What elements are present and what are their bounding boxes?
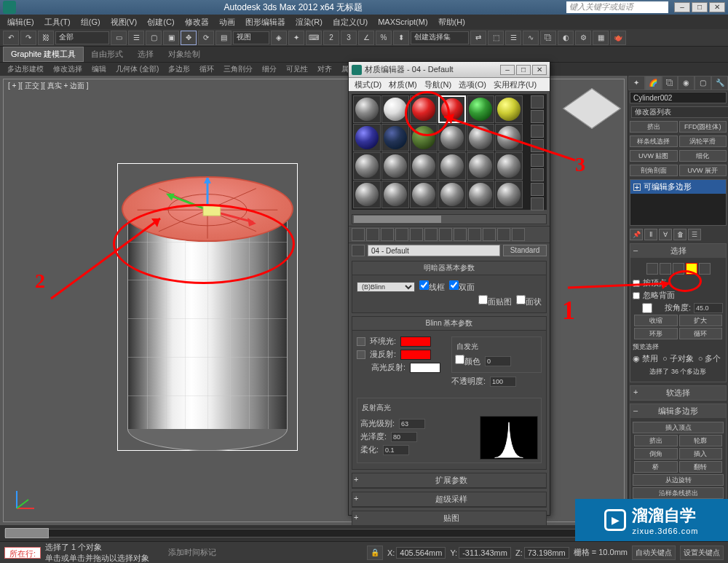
link-icon[interactable]: ⛓ xyxy=(38,31,54,45)
sample-type-icon[interactable] xyxy=(531,95,544,109)
maxscript-prompt[interactable]: 所在行: xyxy=(4,547,41,559)
sub-subdiv[interactable]: 细分 xyxy=(258,63,281,75)
sub-align[interactable]: 对齐 xyxy=(313,63,336,75)
mat-slot-19[interactable] xyxy=(353,181,381,208)
chk-selfillum-color[interactable]: 颜色 xyxy=(455,355,480,367)
rollout-soft-selection[interactable]: +软选择 xyxy=(630,385,727,401)
autokey-button[interactable]: 自动关键点 xyxy=(632,546,676,560)
snap-3d-icon[interactable]: 3 xyxy=(341,31,357,45)
pin-stack-icon[interactable]: 📌 xyxy=(630,229,643,240)
material-id-icon[interactable] xyxy=(454,228,467,241)
modifier-list-dropdown[interactable] xyxy=(631,106,728,118)
help-search-input[interactable]: 键入关键字或短语 xyxy=(566,1,668,13)
close-button[interactable]: ✕ xyxy=(709,2,725,12)
rollout-supersampling[interactable]: +超级采样 xyxy=(352,492,547,508)
subobj-edge-icon[interactable] xyxy=(660,263,671,275)
rotate-icon[interactable]: ⟳ xyxy=(198,31,214,45)
material-type-button[interactable]: Standard xyxy=(503,245,547,256)
go-forward-icon[interactable] xyxy=(512,228,525,241)
menu-modifiers[interactable]: 修改器 xyxy=(181,17,213,28)
material-editor-icon[interactable]: ◐ xyxy=(558,31,574,45)
mat-slot-22[interactable] xyxy=(438,181,466,208)
select-name-icon[interactable]: ☰ xyxy=(128,31,144,45)
rollout-shader-title[interactable]: 明暗器基本参数 xyxy=(352,261,546,275)
add-time-tag[interactable]: 添加时间标记 xyxy=(168,547,216,558)
scale-icon[interactable]: ▤ xyxy=(215,31,232,45)
snap-2d-icon[interactable]: 2 xyxy=(323,31,339,45)
mat-menu-options[interactable]: 选项(O) xyxy=(456,79,489,90)
rollout-selection-title[interactable]: 选择 xyxy=(670,246,687,255)
radio-preview-multi[interactable]: ○ 多个 xyxy=(698,353,721,364)
sub-tris[interactable]: 三角剖分 xyxy=(219,63,257,75)
diffuse-color-swatch[interactable] xyxy=(400,350,431,360)
curve-editor-icon[interactable]: ∿ xyxy=(523,31,539,45)
radio-preview-off[interactable]: ◉ 禁用 xyxy=(633,353,658,364)
mat-slot-8[interactable] xyxy=(381,124,409,151)
render-frame-icon[interactable]: ▦ xyxy=(593,31,609,45)
menu-edit[interactable]: 编辑(E) xyxy=(3,17,39,28)
spinner-selfillum[interactable] xyxy=(485,356,511,366)
menu-rendering[interactable]: 渲染(R) xyxy=(291,17,327,28)
btn-extrude-along-spline[interactable]: 沿样条线挤出 xyxy=(633,487,724,499)
mat-maximize-button[interactable]: □ xyxy=(516,65,531,75)
shader-dropdown[interactable]: (B)Blinn xyxy=(357,282,415,292)
mat-menu-navigation[interactable]: 导航(N) xyxy=(422,79,454,90)
mat-minimize-button[interactable]: – xyxy=(500,65,515,75)
render-setup-icon[interactable]: ⚙ xyxy=(575,31,591,45)
select-icon[interactable]: ▭ xyxy=(111,31,127,45)
diffuse-lock-icon[interactable] xyxy=(357,350,365,359)
ambient-lock-icon[interactable] xyxy=(357,337,365,346)
btn-ep-bridge[interactable]: 桥 xyxy=(634,461,678,473)
ribbon-tab-objectpaint[interactable]: 对象绘制 xyxy=(161,47,207,61)
pick-material-icon[interactable] xyxy=(352,245,365,256)
sub-poly-modeling[interactable]: 多边形建模 xyxy=(3,63,48,75)
sub-modify-sel[interactable]: 修改选择 xyxy=(49,63,87,75)
spinner-opacity[interactable] xyxy=(490,377,516,387)
mat-slot-23[interactable] xyxy=(467,181,494,208)
sub-edit[interactable]: 编辑 xyxy=(87,63,111,75)
chk-facemap[interactable]: 面贴图 xyxy=(478,295,512,307)
select-region-icon[interactable]: ▢ xyxy=(146,31,162,45)
btn-hinge-from-edge[interactable]: 从边旋转 xyxy=(633,474,724,486)
subobj-border-icon[interactable] xyxy=(673,263,684,275)
subobj-element-icon[interactable] xyxy=(699,263,711,275)
subobj-vertex-icon[interactable] xyxy=(646,263,658,275)
mat-slot-1[interactable] xyxy=(353,95,381,123)
coord-z[interactable]: 73.198mm xyxy=(524,547,569,559)
panel-tab-modify-icon[interactable]: 🌈 xyxy=(645,76,662,90)
go-parent-icon[interactable] xyxy=(497,228,510,241)
reset-map-icon[interactable] xyxy=(395,228,408,241)
rollout-extended[interactable]: +扩展参数 xyxy=(352,473,547,489)
radio-preview-subobj[interactable]: ○ 子对象 xyxy=(662,353,694,364)
btn-extrude[interactable]: 挤出 xyxy=(630,121,678,133)
menu-customize[interactable]: 自定义(U) xyxy=(328,17,372,28)
percent-snap-icon[interactable]: % xyxy=(376,31,392,45)
panel-tab-display-icon[interactable]: ▢ xyxy=(695,76,711,90)
show-result-icon[interactable]: Ⅱ xyxy=(644,229,657,240)
mat-slot-14[interactable] xyxy=(381,152,409,180)
ambient-color-swatch[interactable] xyxy=(400,336,431,347)
menu-tools[interactable]: 工具(T) xyxy=(40,17,75,28)
lock-selection-icon[interactable]: 🔒 xyxy=(367,546,383,560)
timeline-slider[interactable] xyxy=(5,528,49,538)
angle-snap-icon[interactable]: ∠ xyxy=(358,31,374,45)
btn-shrink[interactable]: 收缩 xyxy=(634,315,678,326)
material-editor-titlebar[interactable]: 材质编辑器 - 04 - Default – □ ✕ xyxy=(349,62,550,78)
specular-color-swatch[interactable] xyxy=(410,363,440,373)
spinner-soften[interactable] xyxy=(383,445,409,455)
btn-tessellate[interactable]: 细化 xyxy=(679,150,727,162)
mat-slot-9[interactable] xyxy=(410,124,438,151)
minimize-button[interactable]: – xyxy=(674,2,690,12)
mat-slot-3[interactable] xyxy=(410,95,438,123)
menu-help[interactable]: 帮助(H) xyxy=(434,17,470,28)
chk-faceted[interactable]: 面状 xyxy=(516,295,542,307)
panel-tab-hierarchy-icon[interactable]: ⿻ xyxy=(662,76,678,90)
manip-icon[interactable]: ✦ xyxy=(288,31,304,45)
mat-slot-2[interactable] xyxy=(381,95,409,123)
rollout-maps[interactable]: +贴图 xyxy=(352,511,547,527)
schematic-icon[interactable]: ⿻ xyxy=(540,31,556,45)
options-icon[interactable] xyxy=(531,183,544,196)
menu-animation[interactable]: 动画 xyxy=(215,17,240,28)
mat-slot-21[interactable] xyxy=(410,181,438,208)
rollout-blinn-title[interactable]: Blinn 基本参数 xyxy=(352,317,546,331)
